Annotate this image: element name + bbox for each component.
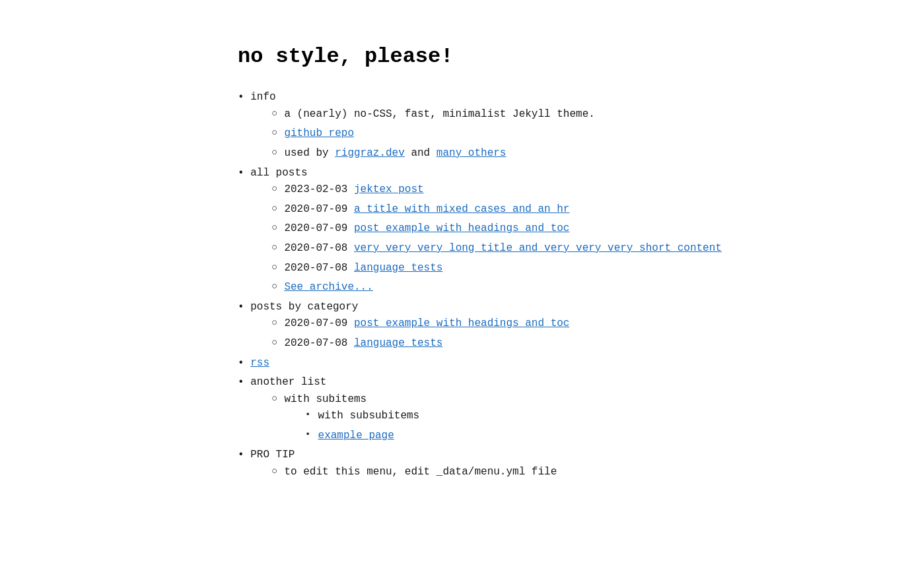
subsubitem-text: with subsubitems <box>318 410 420 422</box>
list-item: 2020-07-08 very very very long title and… <box>271 240 910 257</box>
info-label: info <box>250 91 275 103</box>
pro-tip-sublist: to edit this menu, edit _data/menu.yml f… <box>250 464 910 481</box>
list-item-info: info a (nearly) no-CSS, fast, minimalist… <box>238 89 910 162</box>
posts-by-category-label: posts by category <box>250 301 358 313</box>
many-others-link[interactable]: many others <box>437 147 507 159</box>
post-link[interactable]: jektex post <box>354 183 424 195</box>
post-date: 2020-07-08 <box>284 337 347 349</box>
info-sublist: a (nearly) no-CSS, fast, minimalist Jeky… <box>250 106 910 162</box>
list-item: 2020-07-08 language tests <box>271 335 910 352</box>
used-by-prefix: used by <box>284 147 335 159</box>
info-description: a (nearly) no-CSS, fast, minimalist Jeky… <box>284 108 594 120</box>
used-by-middle: and <box>405 147 437 159</box>
list-item: a (nearly) no-CSS, fast, minimalist Jeky… <box>271 106 910 123</box>
subitems-list: with subsubitems example page <box>284 408 910 444</box>
list-item: See archive... <box>271 279 910 296</box>
example-page-link[interactable]: example page <box>318 430 394 441</box>
list-item-all-posts: all posts 2023-02-03 jektex post 2020-07… <box>238 165 910 296</box>
list-item: with subitems with subsubitems example p… <box>271 391 910 445</box>
list-item: 2023-02-03 jektex post <box>271 181 910 199</box>
list-item: example page <box>305 428 910 445</box>
another-list-label: another list <box>250 376 326 388</box>
all-posts-sublist: 2023-02-03 jektex post 2020-07-09 a titl… <box>250 181 910 296</box>
post-date: 2020-07-09 <box>284 222 347 234</box>
list-item: used by riggraz.dev and many others <box>271 145 910 162</box>
main-list: info a (nearly) no-CSS, fast, minimalist… <box>238 89 910 480</box>
list-item: 2020-07-09 a title with mixed cases and … <box>271 201 910 218</box>
list-item-posts-by-category: posts by category 2020-07-09 post exampl… <box>238 299 910 352</box>
list-item-pro-tip: PRO TIP to edit this menu, edit _data/me… <box>238 447 910 480</box>
list-item: with subsubitems <box>305 408 910 425</box>
post-link[interactable]: post example with headings and toc <box>354 222 569 234</box>
post-date: 2020-07-08 <box>284 262 347 274</box>
another-list-sublist: with subitems with subsubitems example p… <box>250 391 910 445</box>
list-item: 2020-07-09 post example with headings an… <box>271 220 910 238</box>
list-item: 2020-07-08 language tests <box>271 260 910 277</box>
with-subitems-text: with subitems <box>284 393 367 405</box>
post-date: 2020-07-08 <box>284 242 347 254</box>
riggraz-link[interactable]: riggraz.dev <box>335 147 405 159</box>
list-item-rss[interactable]: rss <box>238 355 910 372</box>
list-item-another-list: another list with subitems with subsubit… <box>238 374 910 444</box>
github-repo-link[interactable]: github repo <box>284 127 354 139</box>
page-title: no style, please! <box>238 40 910 73</box>
list-item: to edit this menu, edit _data/menu.yml f… <box>271 464 910 481</box>
post-date: 2020-07-09 <box>284 203 347 215</box>
see-archive-link[interactable]: See archive... <box>284 281 372 293</box>
post-date: 2020-07-09 <box>284 317 347 329</box>
list-item: 2020-07-09 post example with headings an… <box>271 315 910 333</box>
post-date: 2023-02-03 <box>284 183 347 195</box>
post-link[interactable]: very very very long title and very very … <box>354 242 722 254</box>
pro-tip-text: to edit this menu, edit _data/menu.yml f… <box>284 466 557 478</box>
list-item: github repo <box>271 125 910 143</box>
all-posts-label: all posts <box>250 167 307 179</box>
posts-by-category-sublist: 2020-07-09 post example with headings an… <box>250 315 910 352</box>
post-link[interactable]: language tests <box>354 337 442 349</box>
pro-tip-label: PRO TIP <box>250 449 295 461</box>
post-link[interactable]: a title with mixed cases and an hr <box>354 203 569 215</box>
post-link[interactable]: language tests <box>354 262 442 274</box>
rss-link[interactable]: rss <box>250 357 269 369</box>
post-link[interactable]: post example with headings and toc <box>354 317 569 329</box>
